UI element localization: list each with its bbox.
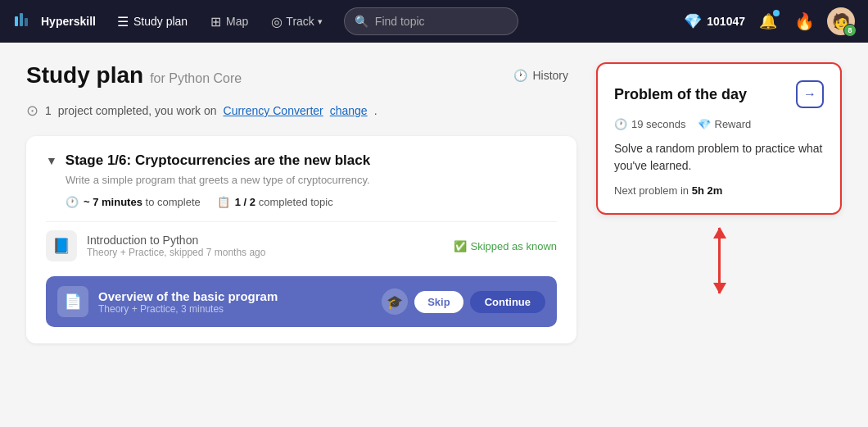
timer-icon: 🕐 — [66, 196, 79, 208]
project-text-before: project completed, you work on — [58, 104, 217, 117]
search-placeholder-text: Find topic — [375, 15, 425, 28]
right-panel: Problem of the day → 🕐 19 seconds 💎 Rewa… — [596, 62, 842, 407]
active-topic-icon: 📄 — [57, 286, 88, 317]
arrow-head-down — [713, 283, 726, 294]
reward-gem-icon: 💎 — [698, 118, 711, 130]
project-count: 1 — [45, 104, 52, 117]
page-title-wrap: Study plan for Python Core — [26, 62, 242, 89]
stage-meta: 🕐 ~ 7 minutes to complete 📋 1 / 2 comple… — [66, 196, 557, 208]
active-topic-info: Overview of the basic program Theory + P… — [98, 289, 372, 315]
active-topic-sub: Theory + Practice, 3 minutes — [98, 303, 372, 315]
potd-title: Problem of the day — [614, 86, 747, 103]
clock-icon: 🕐 — [513, 69, 527, 82]
topic-info: Introduction to Python Theory + Practice… — [87, 234, 444, 258]
page-title: Study plan — [26, 62, 143, 89]
potd-next-label: Next problem in — [614, 184, 689, 197]
topic-icon: 📘 — [46, 230, 77, 261]
arrow-head-up — [713, 227, 726, 238]
skip-icon-button[interactable]: 🎓 — [382, 288, 408, 315]
main-content: Study plan for Python Core 🕐 History ⊙ 1… — [0, 43, 868, 427]
search-icon: 🔍 — [355, 15, 368, 28]
project-link[interactable]: Currency Converter — [224, 104, 323, 117]
checkmark-icon: ✅ — [454, 240, 467, 252]
potd-description: Solve a random problem to practice what … — [614, 140, 824, 175]
potd-header: Problem of the day → — [614, 80, 824, 108]
topic-row: 📘 Introduction to Python Theory + Practi… — [46, 221, 557, 270]
history-label: History — [532, 69, 568, 82]
page-header: Study plan for Python Core 🕐 History — [26, 62, 576, 89]
potd-next-info: Next problem in 5h 2m — [614, 184, 824, 197]
study-plan-label: Study plan — [133, 15, 188, 28]
stage-progress: 📋 1 / 2 completed topic — [217, 196, 333, 208]
track-dropdown-arrow: ▾ — [318, 16, 323, 27]
potd-reward: 💎 Reward — [698, 118, 752, 130]
skipped-badge: ✅ Skipped as known — [454, 240, 557, 252]
gems-value: 101047 — [707, 15, 745, 28]
nav-track[interactable]: ◎ Track ▾ — [263, 9, 330, 34]
notifications-button[interactable]: 🔔 — [755, 8, 781, 34]
potd-time-value: 19 seconds — [631, 118, 686, 130]
map-icon: ⊞ — [210, 14, 221, 30]
avatar-level-badge: 8 — [843, 24, 857, 37]
potd-next-time: 5h 2m — [692, 184, 723, 197]
topic-name: Introduction to Python — [87, 234, 444, 247]
track-label: Track — [286, 15, 314, 28]
streak-button[interactable]: 🔥 — [791, 8, 817, 34]
page-subtitle: for Python Core — [150, 71, 242, 86]
nav-map[interactable]: ⊞ Map — [202, 9, 256, 34]
left-panel: Study plan for Python Core 🕐 History ⊙ 1… — [26, 62, 576, 407]
project-info-bar: ⊙ 1 project completed, you work on Curre… — [26, 102, 576, 120]
skip-button[interactable]: Skip — [414, 291, 463, 313]
clock-small-icon: 🕐 — [614, 118, 627, 130]
potd-arrow-button[interactable]: → — [796, 80, 824, 108]
project-change-link[interactable]: change — [330, 104, 368, 117]
stage-card: ▼ Stage 1/6: Cryptocurrencies are the ne… — [26, 136, 576, 343]
active-topic-name: Overview of the basic program — [98, 289, 372, 303]
map-label: Map — [226, 15, 248, 28]
stage-title: Stage 1/6: Cryptocurrencies are the new … — [66, 152, 370, 169]
potd-card: Problem of the day → 🕐 19 seconds 💎 Rewa… — [596, 62, 842, 215]
track-icon: ◎ — [271, 14, 283, 30]
active-topic-row: 📄 Overview of the basic program Theory +… — [46, 276, 557, 327]
search-bar[interactable]: 🔍 Find topic — [344, 7, 518, 35]
logo-icon — [13, 10, 36, 33]
notification-dot — [773, 10, 780, 16]
potd-time: 🕐 19 seconds — [614, 118, 686, 130]
nav-study-plan[interactable]: ☰ Study plan — [109, 9, 196, 34]
gems-counter[interactable]: 💎 101047 — [684, 12, 745, 30]
stage-header: ▼ Stage 1/6: Cryptocurrencies are the ne… — [46, 152, 557, 169]
continue-button[interactable]: Continue — [470, 291, 545, 313]
svg-rect-0 — [15, 16, 18, 26]
active-topic-actions: 🎓 Skip Continue — [382, 288, 545, 315]
skipped-label: Skipped as known — [470, 240, 557, 252]
stage-description: Write a simple program that greets a new… — [66, 174, 557, 186]
svg-rect-1 — [20, 13, 23, 26]
app-logo[interactable]: Hyperskill — [13, 10, 96, 33]
stage-chevron-icon[interactable]: ▼ — [46, 154, 57, 167]
flame-icon: 🔥 — [794, 11, 815, 31]
gem-icon: 💎 — [684, 12, 702, 30]
svg-rect-2 — [25, 18, 28, 26]
navbar: Hyperskill ☰ Study plan ⊞ Map ◎ Track ▾ … — [0, 0, 868, 43]
nav-right-section: 💎 101047 🔔 🔥 🧑 8 — [684, 7, 855, 35]
potd-reward-label: Reward — [715, 118, 752, 130]
topic-sub: Theory + Practice, skipped 7 months ago — [87, 247, 444, 258]
project-icon: ⊙ — [26, 102, 38, 120]
app-name-label: Hyperskill — [41, 15, 96, 28]
potd-meta: 🕐 19 seconds 💎 Reward — [614, 118, 824, 130]
arrow-annotation — [596, 228, 842, 293]
topics-icon: 📋 — [217, 196, 230, 208]
stage-time: 🕐 ~ 7 minutes to complete — [66, 196, 201, 208]
study-plan-icon: ☰ — [117, 14, 129, 30]
history-button[interactable]: 🕐 History — [505, 64, 576, 87]
user-avatar[interactable]: 🧑 8 — [827, 7, 855, 35]
